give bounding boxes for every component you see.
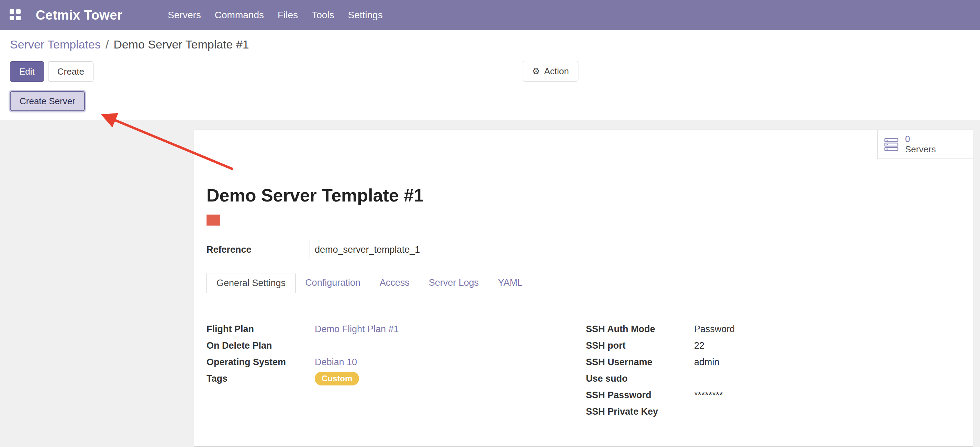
field-on-delete-plan: On Delete Plan bbox=[207, 337, 586, 354]
servers-count: 0 bbox=[905, 134, 910, 144]
breadcrumb: Server Templates / Demo Server Template … bbox=[10, 38, 970, 51]
field-label: On Delete Plan bbox=[207, 340, 315, 351]
reference-value: demo_server_template_1 bbox=[310, 244, 420, 255]
field-use-sudo: Use sudo bbox=[586, 370, 847, 387]
field-label: SSH Auth Mode bbox=[586, 324, 688, 335]
form-sheet: 0 Servers Demo Server Template #1 Refere… bbox=[194, 129, 973, 447]
gear-icon: ⚙ bbox=[532, 67, 540, 76]
field-ssh-port: SSH port 22 bbox=[586, 337, 847, 354]
notebook-tabs: General Settings Configuration Access Se… bbox=[207, 273, 973, 293]
action-button[interactable]: ⚙ Action bbox=[523, 61, 578, 81]
field-ssh-username: SSH Username admin bbox=[586, 354, 847, 370]
color-swatch[interactable] bbox=[207, 215, 220, 225]
content-area: 0 Servers Demo Server Template #1 Refere… bbox=[0, 120, 980, 447]
sheet-body: Demo Server Template #1 Reference demo_s… bbox=[194, 185, 973, 420]
server-stack-icon bbox=[884, 137, 899, 152]
menu-tools[interactable]: Tools bbox=[305, 0, 341, 30]
servers-stat-button[interactable]: 0 Servers bbox=[877, 130, 973, 159]
field-flight-plan: Flight Plan Demo Flight Plan #1 bbox=[207, 321, 586, 337]
menu-files[interactable]: Files bbox=[271, 0, 305, 30]
create-server-button[interactable]: Create Server bbox=[10, 91, 85, 111]
reference-row: Reference demo_server_template_1 bbox=[207, 240, 961, 259]
tab-general-settings[interactable]: General Settings bbox=[207, 273, 296, 293]
ssh-username-value: admin bbox=[688, 357, 719, 367]
breadcrumb-parent-link[interactable]: Server Templates bbox=[10, 38, 101, 51]
operating-system-link[interactable]: Debian 10 bbox=[315, 357, 357, 367]
ssh-password-value: ******** bbox=[688, 390, 723, 401]
flight-plan-link[interactable]: Demo Flight Plan #1 bbox=[315, 324, 399, 335]
tab-server-logs[interactable]: Server Logs bbox=[419, 273, 488, 293]
field-label: Operating System bbox=[207, 357, 315, 367]
field-operating-system: Operating System Debian 10 bbox=[207, 354, 586, 370]
create-button[interactable]: Create bbox=[48, 61, 94, 82]
column-divider bbox=[688, 323, 688, 418]
breadcrumb-separator: / bbox=[105, 38, 108, 51]
reference-label: Reference bbox=[207, 244, 310, 255]
field-label: Tags bbox=[207, 374, 315, 384]
field-label: SSH Private Key bbox=[586, 406, 688, 417]
app-brand[interactable]: Cetmix Tower bbox=[36, 8, 123, 23]
control-panel-buttons: Edit Create ⚙ Action bbox=[10, 61, 970, 82]
apps-grid-square bbox=[10, 16, 14, 20]
breadcrumb-current: Demo Server Template #1 bbox=[113, 38, 249, 51]
menu-settings[interactable]: Settings bbox=[341, 0, 390, 30]
field-tags: Tags Custom bbox=[207, 370, 586, 387]
form-column-right: SSH Auth Mode Password SSH port 22 SSH U… bbox=[586, 321, 847, 420]
apps-grid-square bbox=[16, 9, 21, 14]
menu-servers[interactable]: Servers bbox=[161, 0, 208, 30]
apps-grid-icon[interactable] bbox=[10, 9, 21, 21]
field-ssh-password: SSH Password ******** bbox=[586, 387, 847, 403]
menu-commands[interactable]: Commands bbox=[208, 0, 271, 30]
tab-yaml[interactable]: YAML bbox=[488, 273, 532, 293]
edit-button[interactable]: Edit bbox=[10, 61, 44, 82]
field-ssh-auth-mode: SSH Auth Mode Password bbox=[586, 321, 847, 337]
form-column-left: Flight Plan Demo Flight Plan #1 On Delet… bbox=[207, 321, 586, 420]
status-row: Create Server bbox=[10, 91, 970, 120]
form-fields: Flight Plan Demo Flight Plan #1 On Delet… bbox=[207, 321, 961, 420]
button-box: 0 Servers bbox=[194, 130, 973, 159]
ssh-auth-mode-value: Password bbox=[688, 324, 735, 335]
field-label: SSH Password bbox=[586, 390, 688, 401]
field-label: SSH port bbox=[586, 340, 688, 351]
ssh-port-value: 22 bbox=[688, 340, 705, 351]
field-ssh-private-key: SSH Private Key bbox=[586, 403, 847, 420]
field-label: Use sudo bbox=[586, 374, 688, 384]
record-title: Demo Server Template #1 bbox=[207, 185, 961, 206]
servers-count-label: Servers bbox=[905, 144, 936, 155]
apps-grid-square bbox=[10, 9, 14, 14]
apps-grid-square bbox=[16, 16, 21, 20]
main-menu: Servers Commands Files Tools Settings bbox=[161, 0, 389, 30]
tab-access[interactable]: Access bbox=[370, 273, 419, 293]
top-navbar: Cetmix Tower Servers Commands Files Tool… bbox=[0, 0, 980, 30]
field-label: SSH Username bbox=[586, 357, 688, 367]
action-button-label: Action bbox=[544, 66, 569, 77]
tab-configuration[interactable]: Configuration bbox=[296, 273, 370, 293]
tag-badge[interactable]: Custom bbox=[315, 372, 359, 385]
control-panel: Server Templates / Demo Server Template … bbox=[0, 30, 980, 120]
field-label: Flight Plan bbox=[207, 324, 315, 335]
